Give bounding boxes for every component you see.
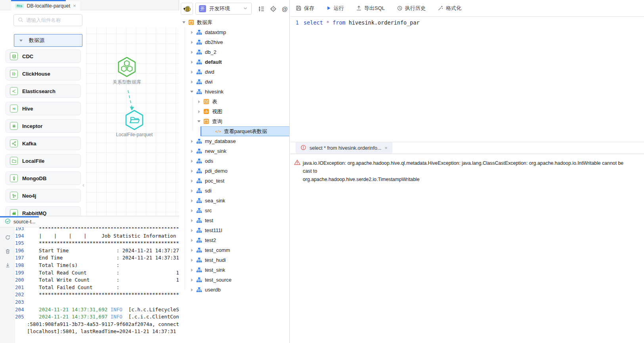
log-line-text: Total Write Count : 11 [27, 276, 179, 284]
caret-right-icon [190, 229, 193, 232]
kafka-icon [10, 139, 18, 147]
tree-item-pdi_demo[interactable]: pdi_demo [179, 166, 289, 176]
sql-toolbar: 保存运行导出SQL执行历史格式化 [290, 0, 644, 17]
tree-item-dataxtmp[interactable]: dataxtmp [179, 27, 289, 37]
log-line-text: 2024-11-21 14:37:31,692 INFO [c.h.c.Life… [27, 306, 179, 314]
db-node-icon [196, 89, 202, 95]
tree-item-test_sink[interactable]: test_sink [179, 265, 289, 275]
code-icon: </> [215, 128, 221, 134]
tree-item-ods[interactable]: ods [179, 156, 289, 166]
datasource-item-elasticsearch[interactable]: Elasticsearch [6, 84, 81, 98]
caret-right-icon [190, 150, 193, 153]
tree-item-label: default [205, 59, 222, 65]
tree-item-dwi[interactable]: dwi [179, 77, 289, 87]
datasource-item-neo4j[interactable]: Neo4j [6, 189, 81, 202]
refresh-icon[interactable] [5, 234, 11, 242]
check-circle-icon [5, 218, 11, 225]
tree-item-hivesink[interactable]: hivesink [179, 87, 289, 97]
workspace-tab[interactable]: Rts DB-localfile-parquet × [11, 1, 80, 10]
datasource-item-rabbitmq[interactable]: RabbitMQ [6, 206, 81, 216]
datasource-item-localfile[interactable]: LocalFile [6, 154, 81, 168]
sql-editor[interactable]: 1 select * from hivesink.orderinfo_par [290, 17, 644, 142]
sql-toolbar-history-button[interactable]: 执行历史 [397, 5, 426, 12]
tree-item-poc_test[interactable]: poc_test [179, 176, 289, 186]
query-icon [203, 118, 209, 124]
datasource-item-mongodb[interactable]: MongoDB [6, 172, 81, 185]
log-tab-source[interactable]: source-t... [0, 216, 42, 227]
caret-right-icon [190, 209, 193, 212]
tree-item-my_database[interactable]: my_database [179, 136, 289, 146]
tree-item-test2[interactable]: test2 [179, 235, 289, 245]
tree-item-test_source[interactable]: test_source [179, 275, 289, 285]
tree-item-查询[interactable]: 查询 [179, 116, 289, 126]
close-icon[interactable]: × [384, 145, 388, 151]
log-line-text: End Time : 2024-11-21 14:37:31 [27, 254, 179, 262]
flow-canvas[interactable]: 关系型数据库 LocalFile-parquet [86, 27, 179, 216]
collapse-list-icon[interactable] [258, 6, 265, 12]
result-tabbar: select * from hivesink.orderinfo... × [290, 142, 644, 154]
datasource-label: MongoDB [22, 175, 46, 181]
tree-item-视图[interactable]: 视图 [179, 107, 289, 116]
caret-right-icon [190, 288, 193, 292]
component-search[interactable] [13, 14, 82, 26]
datasource-item-hive[interactable]: HiHive [6, 102, 81, 115]
env-badge: 开 [199, 5, 206, 12]
workspace-tabbar: Rts DB-localfile-parquet × [0, 0, 179, 10]
locate-icon[interactable] [270, 6, 277, 12]
tree-wrap: 数据库dataxtmpdb2hivedb_2defaultdwddwihives… [179, 17, 289, 295]
download-icon[interactable] [5, 262, 11, 269]
tree-item-test_hudi[interactable]: test_hudi [179, 255, 289, 265]
tree-item-new_sink[interactable]: new_sink [179, 146, 289, 156]
tree-item-label: my_database [205, 138, 236, 144]
tree-item-src[interactable]: src [179, 206, 289, 215]
tree-item-default[interactable]: default [179, 57, 289, 67]
trash-icon[interactable] [5, 248, 11, 255]
tree-item-db_2[interactable]: db_2 [179, 47, 289, 57]
caret-right-icon [197, 110, 201, 113]
tree-item-test[interactable]: test [179, 215, 289, 225]
sql-toolbar-run-button[interactable]: 运行 [326, 5, 344, 12]
tree-item-label: pdi_demo [205, 168, 227, 174]
db-node-icon [196, 198, 202, 204]
tree-item-test111l[interactable]: test111l [179, 225, 289, 235]
canvas-node-relational-db[interactable]: 关系型数据库 [109, 56, 145, 86]
datasource-item-cdc[interactable]: CDC [6, 50, 81, 63]
sql-toolbar-save-button[interactable]: 保存 [296, 5, 314, 12]
db-node-icon [196, 217, 202, 223]
db-node-icon [196, 148, 202, 154]
log-line: 195 ************************************… [15, 240, 179, 247]
datasource-section-header[interactable]: 数据源 [14, 34, 82, 47]
tree-item-dwd[interactable]: dwd [179, 67, 289, 77]
db-node-icon [196, 287, 202, 293]
datasource-item-kafka[interactable]: Kafka [6, 137, 81, 150]
close-icon[interactable]: × [73, 3, 76, 9]
section-label: 数据源 [29, 37, 44, 44]
db-node-icon [196, 237, 202, 243]
tree-item-db2hive[interactable]: db2hive [179, 37, 289, 47]
datasource-item-clickhouse[interactable]: ClickHouse [6, 67, 81, 80]
tree-item-label: sea_sink [205, 198, 225, 204]
tree-item-test_comm[interactable]: test_comm [179, 245, 289, 255]
button-label: 保存 [304, 5, 314, 12]
canvas-node-localfile-parquet[interactable]: LocalFile-parquet [117, 109, 152, 137]
tree-item-查看parquet表数据[interactable]: </>查看parquet表数据 [179, 126, 289, 136]
environment-select[interactable]: 开 开发环境 [195, 3, 252, 15]
log-line-text: | | | | Job Statistic Information [27, 232, 176, 240]
sql-toolbar-export-button[interactable]: 导出SQL [356, 5, 385, 12]
panel-collapse-handle[interactable]: ‹ [82, 181, 84, 188]
log-line: 200 Total Write Count : 11 [15, 276, 179, 284]
tree-item-sea_sink[interactable]: sea_sink [179, 196, 289, 206]
result-tab-label: select * from hivesink.orderinfo... [310, 145, 381, 151]
result-tab[interactable]: select * from hivesink.orderinfo... × [296, 142, 392, 154]
tree-item-userdb[interactable]: userdb [179, 285, 289, 295]
error-circle-icon [300, 145, 306, 152]
tree-item-数据库[interactable]: 数据库 [179, 17, 289, 27]
log-line-number: 197 [15, 254, 27, 262]
tree-item-表[interactable]: 表 [179, 97, 289, 107]
workspace-panel: Rts DB-localfile-parquet × 数据源 CDCClickH… [0, 0, 179, 343]
datasource-item-inceptor[interactable]: Inceptor [6, 119, 81, 133]
search-input[interactable] [26, 17, 74, 23]
sql-toolbar-format-button[interactable]: 格式化 [438, 5, 461, 12]
attach-icon[interactable]: @ [282, 6, 288, 12]
tree-item-sdi[interactable]: sdi [179, 186, 289, 196]
